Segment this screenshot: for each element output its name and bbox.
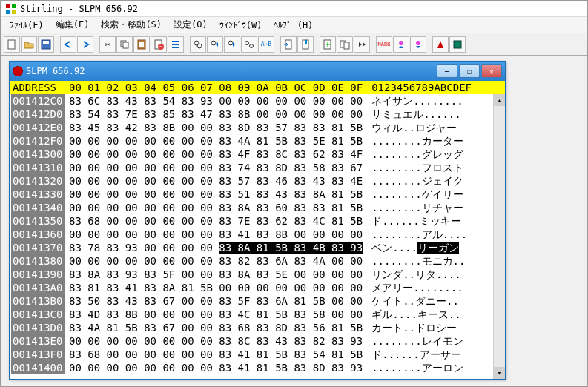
hex-rows[interactable]: 001412C083 6C 83 43 83 54 83 93 00 00 00…	[10, 94, 505, 374]
hex-bytes[interactable]: 83 68 00 00 00 00 00 00 83 41 81 5B 83 5…	[65, 348, 363, 361]
help-button[interactable]	[432, 36, 449, 53]
ascii-cell[interactable]: ........ジェイク	[363, 174, 463, 188]
ascii-cell[interactable]: リンダ..リタ....	[363, 268, 461, 281]
dup-doc-button[interactable]	[337, 36, 353, 53]
ascii-cell[interactable]: ........アル....	[363, 228, 467, 241]
hex-bytes[interactable]: 83 4D 83 8B 00 00 00 00 83 4C 81 5B 83 5…	[65, 308, 363, 321]
ascii-cell[interactable]: ド......アーサー	[363, 348, 461, 361]
hex-row[interactable]: 0014135083 68 00 00 00 00 00 00 83 7E 83…	[11, 214, 503, 228]
hex-bytes[interactable]: 83 81 83 41 83 8A 81 5B 00 00 00 00 00 0…	[65, 281, 363, 294]
hex-bytes[interactable]: 00 00 00 00 00 00 00 00 83 8C 83 43 83 8…	[65, 334, 363, 348]
hex-bytes[interactable]: 83 6C 83 43 83 54 83 93 00 00 00 00 00 0…	[65, 94, 363, 108]
ascii-cell[interactable]: ケイト..ダニー..	[363, 294, 459, 308]
ascii-cell[interactable]: ........レイモン	[363, 334, 463, 348]
hex-row[interactable]: 0014136000 00 00 00 00 00 00 00 83 41 83…	[11, 228, 503, 241]
hex-bytes[interactable]: 83 68 00 00 00 00 00 00 83 7E 83 62 83 4…	[65, 214, 363, 228]
ascii-cell[interactable]: ........ゲイリー	[363, 188, 463, 201]
book-button[interactable]	[449, 36, 466, 53]
ascii-cell[interactable]: ........アーロン	[363, 361, 463, 374]
replace-button[interactable]	[241, 36, 257, 53]
hex-row[interactable]: 0014132000 00 00 00 00 00 00 00 83 57 83…	[11, 174, 503, 188]
mark-next-button[interactable]	[410, 36, 426, 53]
scroll-up-button[interactable]: ▴	[494, 94, 505, 106]
maximize-button[interactable]: ☐	[459, 64, 480, 78]
menu-file[interactable]: ﾌｧｲﾙ(F)	[4, 19, 50, 32]
hex-row[interactable]: 001413B083 50 83 43 83 67 00 00 83 5F 83…	[11, 294, 503, 308]
menu-search[interactable]: 検索・移動(S)	[95, 17, 168, 33]
copy-button[interactable]	[116, 36, 133, 53]
save-button[interactable]	[38, 36, 54, 53]
hex-bytes[interactable]: 00 00 00 00 00 00 00 00 83 4F 83 8C 83 6…	[65, 148, 363, 161]
ascii-cell[interactable]: ド......ミッキー	[363, 214, 461, 228]
hex-bytes[interactable]: 00 00 00 00 00 00 00 00 83 82 83 6A 83 4…	[65, 254, 363, 268]
hex-row[interactable]: 001413D083 4A 81 5B 83 67 00 00 83 68 83…	[11, 321, 503, 334]
close-button[interactable]: ✕	[481, 64, 502, 78]
hex-bytes[interactable]: 83 78 83 93 00 00 00 00 83 8A 81 5B 83 4…	[65, 241, 363, 254]
hex-bytes[interactable]: 83 4A 81 5B 83 67 00 00 83 68 83 8D 83 5…	[65, 321, 363, 334]
hex-row[interactable]: 001412F000 00 00 00 00 00 00 00 83 4A 81…	[11, 134, 503, 148]
hex-bytes[interactable]: 00 00 00 00 00 00 00 00 83 8A 83 60 83 8…	[65, 201, 363, 214]
ascii-cell[interactable]: ベン....リーガン	[363, 241, 459, 254]
mark-button[interactable]: MARK	[376, 36, 392, 53]
hex-bytes[interactable]: 83 45 83 42 83 8B 00 00 83 8D 83 57 83 8…	[65, 121, 363, 134]
hex-row[interactable]: 0014130000 00 00 00 00 00 00 00 83 4F 83…	[11, 148, 503, 161]
hex-bytes[interactable]: 83 8A 83 93 83 5F 00 00 83 8A 83 5E 00 0…	[65, 268, 363, 281]
ascii-cell[interactable]: ........モニカ..	[363, 254, 465, 268]
ascii-cell[interactable]: ギル....キース..	[363, 308, 461, 321]
menu-window[interactable]: ｳｨﾝﾄﾞｳ(W)	[214, 19, 268, 32]
ascii-cell[interactable]: カート..ドロシー	[363, 321, 457, 334]
hex-row[interactable]: 0014137083 78 83 93 00 00 00 00 83 8A 81…	[11, 241, 503, 254]
undo-button[interactable]	[60, 36, 76, 53]
find-button[interactable]	[190, 36, 206, 53]
scroll-down-button[interactable]: ▾	[494, 367, 505, 379]
ab-button[interactable]: A→B	[258, 36, 274, 53]
arrow-button[interactable]	[354, 36, 370, 53]
ascii-cell[interactable]: ウィル..ロジャー	[363, 121, 457, 134]
minimize-button[interactable]: ─	[437, 64, 457, 78]
redo-button[interactable]	[77, 36, 93, 53]
hex-row[interactable]: 001412C083 6C 83 43 83 54 83 93 00 00 00…	[11, 94, 503, 108]
hex-bytes[interactable]: 83 50 83 43 83 67 00 00 83 5F 83 6A 81 5…	[65, 294, 363, 308]
hex-bytes[interactable]: 00 00 00 00 00 00 00 00 83 74 83 8D 83 5…	[65, 161, 363, 174]
hex-row[interactable]: 0014131000 00 00 00 00 00 00 00 83 74 83…	[11, 161, 503, 174]
paste-button[interactable]	[133, 36, 150, 53]
ascii-cell[interactable]: ネイサン........	[363, 94, 463, 108]
hex-view[interactable]: ADDRESS00 01 02 03 04 05 06 07 08 09 0A …	[10, 81, 505, 379]
ascii-cell[interactable]: メアリー........	[363, 281, 463, 294]
hex-row[interactable]: 0014139083 8A 83 93 83 5F 00 00 83 8A 83…	[11, 268, 503, 281]
hex-bytes[interactable]: 00 00 00 00 00 00 00 00 83 41 81 5B 83 8…	[65, 361, 363, 374]
new-button[interactable]	[4, 36, 20, 53]
hex-bytes[interactable]: 00 00 00 00 00 00 00 00 83 57 83 46 83 4…	[65, 174, 363, 188]
menu-settings[interactable]: 設定(O)	[168, 17, 214, 33]
find-next-button[interactable]	[224, 36, 240, 53]
hex-bytes[interactable]: 00 00 00 00 00 00 00 00 83 41 83 8B 00 0…	[65, 228, 363, 241]
hex-row[interactable]: 001413C083 4D 83 8B 00 00 00 00 83 4C 81…	[11, 308, 503, 321]
ascii-cell[interactable]: ........グレッグ	[363, 148, 463, 161]
hex-row[interactable]: 001412D083 54 83 7E 83 85 83 47 83 8B 00…	[11, 108, 503, 121]
hex-row[interactable]: 001413A083 81 83 41 83 8A 81 5B 00 00 00…	[11, 281, 503, 294]
new-doc-button[interactable]	[320, 36, 336, 53]
document-titlebar[interactable]: SLPM_656.92 ─ ☐ ✕	[10, 62, 505, 81]
hex-row[interactable]: 0014133000 00 00 00 00 00 00 00 83 51 83…	[11, 188, 503, 201]
hex-row[interactable]: 001413F083 68 00 00 00 00 00 00 83 41 81…	[11, 348, 503, 361]
hex-row[interactable]: 0014134000 00 00 00 00 00 00 00 83 8A 83…	[11, 201, 503, 214]
mark-prev-button[interactable]	[393, 36, 409, 53]
cut-button[interactable]: ✂	[99, 36, 116, 53]
delete-button[interactable]	[151, 36, 167, 53]
hex-row[interactable]: 001412E083 45 83 42 83 8B 00 00 83 8D 83…	[11, 121, 503, 134]
ascii-cell[interactable]: ........リチャー	[363, 201, 463, 214]
menu-help[interactable]: ﾍﾙﾌﾟ (H)	[268, 19, 319, 32]
list-button[interactable]	[168, 36, 184, 53]
hex-row[interactable]: 0014138000 00 00 00 00 00 00 00 83 82 83…	[11, 254, 503, 268]
hex-row[interactable]: 001413E000 00 00 00 00 00 00 00 83 8C 83…	[11, 334, 503, 348]
hex-bytes[interactable]: 00 00 00 00 00 00 00 00 83 4A 81 5B 83 5…	[65, 134, 363, 148]
jump-button[interactable]	[280, 36, 297, 53]
scrollbar[interactable]: ▴ ▾	[493, 94, 505, 379]
hex-row[interactable]: 0014140000 00 00 00 00 00 00 00 83 41 81…	[11, 361, 503, 374]
hex-bytes[interactable]: 00 00 00 00 00 00 00 00 83 51 83 43 83 8…	[65, 188, 363, 201]
ascii-cell[interactable]: ........フロスト	[363, 161, 463, 174]
find-prev-button[interactable]	[207, 36, 223, 53]
open-button[interactable]	[21, 36, 37, 53]
ascii-cell[interactable]: サミュエル......	[363, 108, 461, 121]
bookmark-button[interactable]	[297, 36, 314, 53]
